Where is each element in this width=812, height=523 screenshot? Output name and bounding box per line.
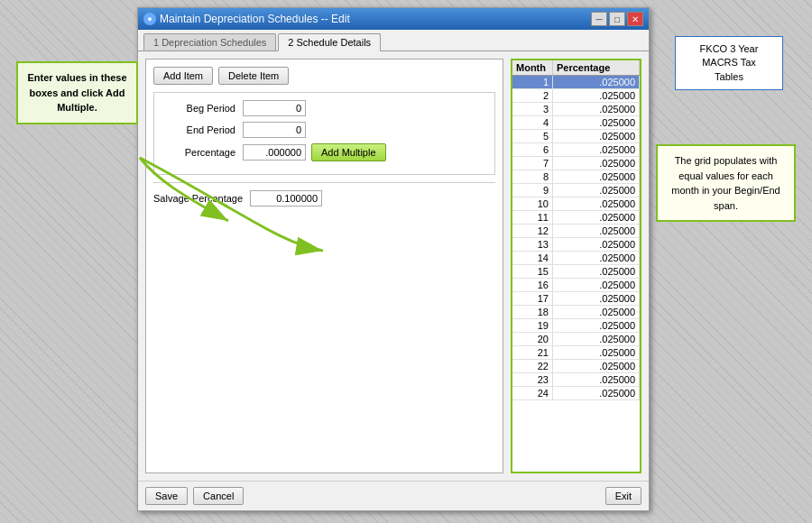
table-row[interactable]: 8 .025000 bbox=[512, 170, 640, 184]
beg-period-row: Beg Period bbox=[161, 100, 487, 116]
cell-percentage: .025000 bbox=[553, 211, 640, 224]
cell-percentage: .025000 bbox=[553, 306, 640, 318]
cell-month: 23 bbox=[512, 373, 553, 386]
salvage-input[interactable] bbox=[250, 190, 322, 206]
table-row[interactable]: 17 .025000 bbox=[512, 292, 640, 306]
cell-month: 12 bbox=[512, 225, 553, 237]
cell-percentage: .025000 bbox=[553, 197, 640, 210]
button-row-top: Add Item Delete Item bbox=[153, 67, 495, 85]
end-period-input[interactable] bbox=[243, 122, 306, 138]
salvage-label: Salvage Percentage bbox=[153, 193, 250, 204]
grid-container: Month Percentage 1 .025000 2 .025000 3 .… bbox=[511, 59, 641, 473]
grid-col-percentage: Percentage bbox=[553, 60, 640, 75]
table-row[interactable]: 21 .025000 bbox=[512, 346, 640, 360]
cancel-button[interactable]: Cancel bbox=[193, 487, 244, 505]
table-row[interactable]: 13 .025000 bbox=[512, 238, 640, 252]
table-row[interactable]: 5 .025000 bbox=[512, 130, 640, 143]
grid-header: Month Percentage bbox=[512, 60, 640, 76]
cell-month: 5 bbox=[512, 130, 553, 142]
info-line3: Tables bbox=[681, 70, 777, 84]
table-row[interactable]: 14 .025000 bbox=[512, 252, 640, 265]
table-row[interactable]: 24 .025000 bbox=[512, 387, 640, 400]
end-period-label: End Period bbox=[161, 124, 243, 135]
cell-percentage: .025000 bbox=[553, 130, 640, 142]
app-icon: ● bbox=[143, 13, 156, 25]
beg-period-label: Beg Period bbox=[161, 103, 243, 114]
table-row[interactable]: 9 .025000 bbox=[512, 184, 640, 197]
tab-schedule-details[interactable]: 2 Schedule Details bbox=[278, 33, 381, 51]
beg-period-input[interactable] bbox=[243, 100, 306, 116]
info-line2: MACRS Tax bbox=[681, 56, 777, 69]
cell-month: 2 bbox=[512, 89, 553, 102]
save-button[interactable]: Save bbox=[145, 487, 188, 505]
table-row[interactable]: 7 .025000 bbox=[512, 157, 640, 170]
cell-month: 1 bbox=[512, 76, 553, 88]
grid-scroll[interactable]: 1 .025000 2 .025000 3 .025000 4 .025000 … bbox=[512, 76, 640, 467]
info-box-bottom-text: The grid populates with equal values for… bbox=[671, 155, 780, 211]
cell-percentage: .025000 bbox=[553, 292, 640, 305]
cell-percentage: .025000 bbox=[553, 89, 640, 102]
left-panel: Add Item Delete Item Beg Period End Peri… bbox=[145, 59, 503, 473]
cell-percentage: .025000 bbox=[553, 76, 640, 88]
tab-depreciation-schedules[interactable]: 1 Depreciation Schedules bbox=[143, 33, 276, 50]
cell-percentage: .025000 bbox=[553, 238, 640, 251]
separator bbox=[153, 182, 495, 183]
cell-percentage: .025000 bbox=[553, 170, 640, 183]
percentage-input[interactable] bbox=[243, 144, 306, 161]
table-row[interactable]: 10 .025000 bbox=[512, 197, 640, 211]
delete-item-button[interactable]: Delete Item bbox=[218, 67, 289, 85]
cell-month: 9 bbox=[512, 184, 553, 197]
percentage-row: Percentage Add Multiple bbox=[161, 143, 487, 161]
table-row[interactable]: 12 .025000 bbox=[512, 225, 640, 238]
cell-percentage: .025000 bbox=[553, 279, 640, 291]
table-row[interactable]: 23 .025000 bbox=[512, 373, 640, 387]
table-row[interactable]: 15 .025000 bbox=[512, 265, 640, 279]
annotation-text: Enter values in these boxes and click Ad… bbox=[27, 72, 126, 113]
cell-month: 4 bbox=[512, 116, 553, 129]
end-period-row: End Period bbox=[161, 122, 487, 138]
cell-month: 16 bbox=[512, 279, 553, 291]
info-box-bottom: The grid populates with equal values for… bbox=[656, 144, 796, 222]
cell-percentage: .025000 bbox=[553, 346, 640, 359]
table-row[interactable]: 3 .025000 bbox=[512, 103, 640, 116]
cell-month: 17 bbox=[512, 292, 553, 305]
exit-button[interactable]: Exit bbox=[605, 487, 641, 505]
cell-percentage: .025000 bbox=[553, 265, 640, 278]
table-row[interactable]: 20 .025000 bbox=[512, 333, 640, 346]
cell-month: 14 bbox=[512, 252, 553, 264]
window-title: Maintain Depreciation Schedules -- Edit bbox=[160, 13, 350, 25]
add-multiple-button[interactable]: Add Multiple bbox=[311, 143, 386, 161]
cell-month: 6 bbox=[512, 143, 553, 156]
table-row[interactable]: 6 .025000 bbox=[512, 143, 640, 157]
content-area: Add Item Delete Item Beg Period End Peri… bbox=[138, 51, 649, 481]
table-row[interactable]: 11 .025000 bbox=[512, 211, 640, 225]
add-item-button[interactable]: Add Item bbox=[153, 67, 213, 85]
cell-month: 22 bbox=[512, 360, 553, 372]
cell-month: 18 bbox=[512, 306, 553, 318]
table-row[interactable]: 4 .025000 bbox=[512, 116, 640, 130]
cell-month: 13 bbox=[512, 238, 553, 251]
table-row[interactable]: 16 .025000 bbox=[512, 279, 640, 292]
cell-percentage: .025000 bbox=[553, 143, 640, 156]
cell-month: 7 bbox=[512, 157, 553, 170]
cell-percentage: .025000 bbox=[553, 387, 640, 399]
close-button[interactable]: ✕ bbox=[627, 12, 643, 26]
cell-month: 10 bbox=[512, 197, 553, 210]
info-box-top: FKCO 3 Year MACRS Tax Tables bbox=[675, 36, 783, 90]
cell-percentage: .025000 bbox=[553, 373, 640, 386]
table-row[interactable]: 2 .025000 bbox=[512, 89, 640, 103]
title-bar-left: ● Maintain Depreciation Schedules -- Edi… bbox=[143, 13, 350, 25]
table-row[interactable]: 1 .025000 bbox=[512, 76, 640, 89]
minimize-button[interactable]: ─ bbox=[591, 12, 607, 26]
salvage-row: Salvage Percentage bbox=[153, 190, 495, 206]
info-line1: FKCO 3 Year bbox=[681, 42, 777, 56]
table-row[interactable]: 18 .025000 bbox=[512, 306, 640, 319]
form-section: Beg Period End Period Percentage Add Mul… bbox=[153, 92, 495, 175]
cell-percentage: .025000 bbox=[553, 225, 640, 237]
cell-percentage: .025000 bbox=[553, 252, 640, 264]
maximize-button[interactable]: □ bbox=[609, 12, 625, 26]
cell-percentage: .025000 bbox=[553, 103, 640, 115]
right-panel: Month Percentage 1 .025000 2 .025000 3 .… bbox=[511, 59, 641, 473]
table-row[interactable]: 19 .025000 bbox=[512, 319, 640, 333]
table-row[interactable]: 22 .025000 bbox=[512, 360, 640, 373]
